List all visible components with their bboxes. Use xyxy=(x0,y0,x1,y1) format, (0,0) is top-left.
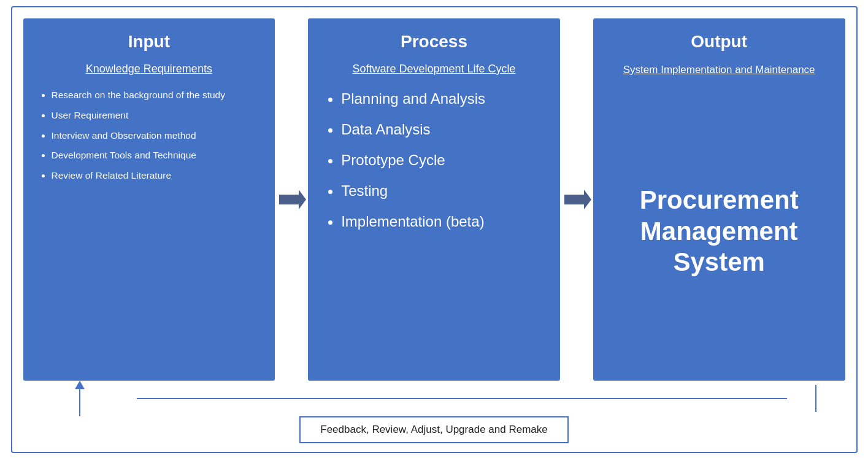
list-item: Research on the background of the study xyxy=(52,88,261,103)
svg-marker-0 xyxy=(279,190,306,209)
process-list: Planning and Analysis Data Analysis Prot… xyxy=(323,88,545,241)
list-item: Review of Related Literature xyxy=(52,168,261,184)
list-item: Testing xyxy=(341,180,545,202)
output-main-text: Procurement Management System xyxy=(608,185,831,278)
output-subtitle: System Implementation and Maintenance xyxy=(623,63,815,77)
outer-container: Input Knowledge Requirements Research on… xyxy=(11,6,858,453)
list-item: Implementation (beta) xyxy=(341,211,545,233)
list-item: Development Tools and Technique xyxy=(52,148,261,163)
list-item: Interview and Observation method xyxy=(52,128,261,144)
input-box: Input Knowledge Requirements Research on… xyxy=(23,18,275,381)
main-row: Input Knowledge Requirements Research on… xyxy=(23,18,845,381)
input-list: Research on the background of the study … xyxy=(38,88,261,188)
feedback-label: Feedback, Review, Adjust, Upgrade and Re… xyxy=(299,416,568,443)
h-line xyxy=(137,398,787,399)
process-title: Process xyxy=(401,32,467,52)
list-item: Prototype Cycle xyxy=(341,149,545,171)
output-title: Output xyxy=(691,32,747,52)
process-subtitle: Software Development Life Cycle xyxy=(352,63,515,76)
output-box: Output System Implementation and Mainten… xyxy=(593,18,845,381)
arrow-input-to-process xyxy=(275,185,308,214)
input-subtitle: Knowledge Requirements xyxy=(86,63,212,76)
right-down-col xyxy=(787,385,845,412)
list-item: Data Analysis xyxy=(341,118,545,141)
list-item: User Requirement xyxy=(52,108,261,123)
up-arrowhead xyxy=(75,381,85,389)
list-item: Planning and Analysis xyxy=(341,88,545,110)
left-up-arrow xyxy=(23,381,137,416)
svg-marker-1 xyxy=(564,190,591,209)
arrow-process-to-output xyxy=(560,185,593,214)
feedback-section: Feedback, Review, Adjust, Upgrade and Re… xyxy=(23,381,845,452)
up-vert-line xyxy=(79,389,80,416)
right-vert-line xyxy=(815,385,816,412)
process-box: Process Software Development Life Cycle … xyxy=(308,18,560,381)
input-title: Input xyxy=(128,32,170,52)
feedback-connector xyxy=(23,381,845,416)
feedback-box-row: Feedback, Review, Adjust, Upgrade and Re… xyxy=(23,416,845,452)
